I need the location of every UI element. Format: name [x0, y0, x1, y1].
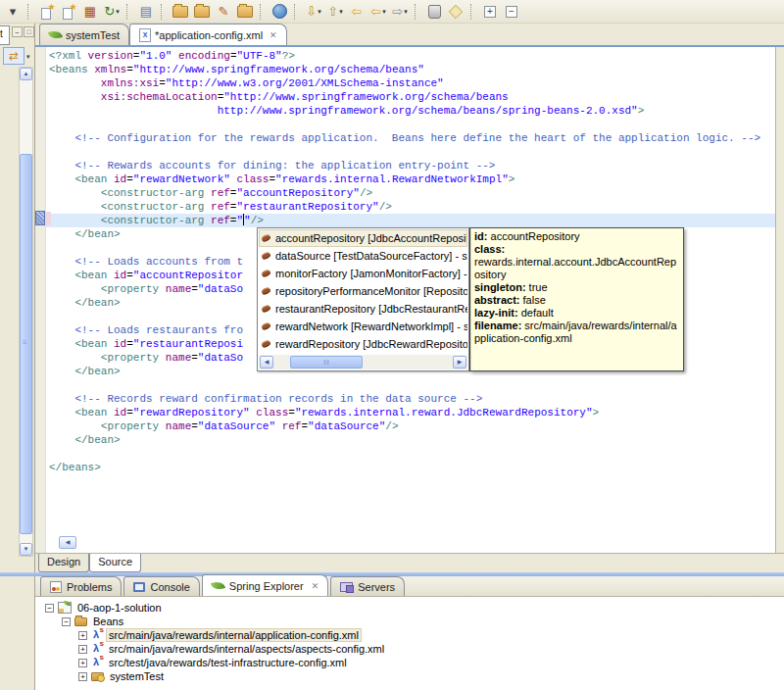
- cropped-overflow-dropdown-button[interactable]: ▾: [2, 2, 24, 22]
- expand-all-button[interactable]: [479, 2, 501, 22]
- code-line[interactable]: <?xml version="1.0" encoding="UTF-8"?>: [46, 49, 775, 63]
- completion-proposal[interactable]: accountRepository [JdbcAccountRepository…: [259, 229, 467, 247]
- tab-design[interactable]: Design: [38, 554, 89, 572]
- code-line[interactable]: <!-- Configuration for the rewards appli…: [46, 131, 775, 145]
- completion-proposal[interactable]: repositoryPerformanceMonitor [Repository…: [259, 282, 467, 300]
- code-line[interactable]: </beans>: [46, 461, 775, 474]
- collapse-all-button[interactable]: [501, 2, 522, 22]
- forward-button[interactable]: ⇨▾: [389, 2, 411, 22]
- tree-item-label: Beans: [91, 616, 125, 627]
- expand-icon[interactable]: +: [78, 672, 87, 681]
- tab-spring-explorer[interactable]: Spring Explorer✕: [202, 574, 328, 596]
- code-line[interactable]: [46, 447, 775, 461]
- annotation-ruler[interactable]: [35, 47, 46, 553]
- code-line[interactable]: <beans xmlns="http://www.springframework…: [46, 63, 775, 76]
- tab-problems[interactable]: Problems: [40, 576, 122, 596]
- left-panel-scrollbar[interactable]: ▲ ▼: [19, 67, 33, 557]
- completion-proposal[interactable]: dataSource [TestDataSourceFactory] - src…: [259, 247, 467, 265]
- tree-row[interactable]: +systemTest: [35, 669, 784, 683]
- new-package-icon: ▦: [84, 5, 96, 18]
- tree-row[interactable]: −06-aop-1-solution: [35, 601, 784, 615]
- cropped-view-tab[interactable]: t: [0, 25, 10, 45]
- scroll-down-icon[interactable]: ▼: [20, 543, 32, 556]
- tab-application-config[interactable]: *application-config.xml ✕: [129, 24, 287, 45]
- tab-systemtest[interactable]: systemTest: [39, 24, 129, 45]
- tab-console[interactable]: Console: [123, 576, 199, 596]
- spring-explorer-tree[interactable]: −06-aop-1-solution−Beans+src/main/java/r…: [35, 597, 784, 690]
- bookmark-tag-button[interactable]: [445, 2, 466, 22]
- open-resource-folder-button[interactable]: [170, 2, 191, 22]
- dropdown-arrow-icon[interactable]: ▾: [116, 8, 120, 16]
- spring-leaf-icon: [48, 28, 63, 41]
- code-line[interactable]: <constructor-arg ref=""/>: [46, 214, 775, 227]
- code-line[interactable]: [46, 118, 775, 131]
- completion-proposal[interactable]: restaurantRepository [JdbcRestaurantRepo…: [259, 300, 467, 318]
- code-line[interactable]: <constructor-arg ref="accountRepository"…: [46, 186, 775, 200]
- dropdown-arrow-icon[interactable]: ▾: [339, 8, 343, 16]
- new-bean-wizard-button[interactable]: [58, 2, 79, 22]
- code-line[interactable]: <bean id="rewardRepository" class="rewar…: [46, 406, 775, 419]
- back-button[interactable]: ⇦▾: [368, 2, 389, 22]
- code-line[interactable]: [46, 145, 775, 159]
- completion-proposal[interactable]: rewardNetwork [RewardNetworkImpl] - src/…: [259, 318, 467, 335]
- content-assist-hscrollbar[interactable]: ◀ ▶: [259, 355, 467, 370]
- toolbar-separator: [161, 4, 166, 20]
- editor-hscroll-left-icon[interactable]: ◀: [59, 536, 76, 549]
- refresh-button[interactable]: ↻▾: [101, 2, 122, 22]
- tree-item-label: src/main/java/rewards/internal/aspects/a…: [107, 643, 386, 655]
- dropdown-arrow-icon[interactable]: ▾: [318, 8, 321, 16]
- tab-servers[interactable]: Servers: [330, 576, 405, 596]
- scroll-up-icon[interactable]: ▲: [20, 68, 32, 80]
- bean-icon: [261, 286, 271, 295]
- close-tab-icon[interactable]: ✕: [270, 30, 277, 40]
- web-browser-button[interactable]: [269, 2, 290, 22]
- paintbrush-button[interactable]: ✎: [213, 2, 234, 22]
- code-line[interactable]: xmlns:xsi="http://www.w3.org/2001/XMLSch…: [46, 76, 775, 90]
- code-line[interactable]: <!-- Rewards accounts for dining: the ap…: [46, 159, 775, 172]
- scrollbar-thumb[interactable]: [20, 154, 32, 534]
- completion-proposal[interactable]: monitorFactory [JamonMonitorFactory] - s…: [259, 265, 467, 282]
- collapse-icon[interactable]: −: [45, 604, 54, 613]
- expand-icon[interactable]: +: [78, 631, 87, 640]
- expand-icon[interactable]: +: [78, 645, 87, 654]
- proposal-label: rewardNetwork [RewardNetworkImpl] - src/…: [275, 320, 467, 332]
- dropdown-arrow-icon[interactable]: ▾: [404, 8, 408, 16]
- code-line[interactable]: <property name="dataSource" ref="dataSou…: [46, 419, 775, 433]
- code-line[interactable]: [46, 378, 775, 392]
- link-with-editor-button[interactable]: ⇄: [3, 47, 24, 65]
- open-view-button[interactable]: ▤: [135, 2, 157, 22]
- code-line[interactable]: <constructor-arg ref="restaurantReposito…: [46, 200, 775, 214]
- dropdown-arrow-icon[interactable]: ▾: [382, 8, 386, 16]
- import-folder-button[interactable]: [191, 2, 213, 22]
- open-view-icon: ▤: [140, 5, 152, 18]
- import-button[interactable]: ⇩▾: [303, 2, 324, 22]
- maximize-view-button[interactable]: □: [24, 26, 34, 37]
- code-line[interactable]: xsi:schemaLocation="http://www.springfra…: [46, 90, 775, 104]
- tree-row[interactable]: +src/test/java/rewards/test-infrastructu…: [35, 656, 784, 669]
- tree-row[interactable]: +src/main/java/rewards/internal/aspects/…: [35, 642, 784, 656]
- last-edit-location-button[interactable]: ⇦: [346, 2, 368, 22]
- view-menu-dropdown[interactable]: ▾: [26, 53, 30, 61]
- completion-proposal[interactable]: rewardRepository [JdbcRewardRepository] …: [259, 335, 467, 353]
- tab-source[interactable]: Source: [89, 554, 141, 572]
- tree-row[interactable]: +src/main/java/rewards/internal/applicat…: [35, 628, 784, 642]
- hscrollbar-thumb[interactable]: [290, 356, 363, 369]
- code-line[interactable]: <!-- Records reward confirmation records…: [46, 392, 775, 406]
- tree-row[interactable]: −Beans: [35, 615, 784, 628]
- content-assist-list[interactable]: accountRepository [JdbcAccountRepository…: [259, 229, 467, 355]
- new-wizard-button[interactable]: [36, 2, 58, 22]
- new-package-button[interactable]: ▦: [79, 2, 101, 22]
- run-jar-button[interactable]: [423, 2, 445, 22]
- code-line[interactable]: http://www.springframework.org/schema/be…: [46, 104, 775, 118]
- paintbrush-icon: ✎: [219, 5, 229, 18]
- export-button[interactable]: ⇧▾: [324, 2, 346, 22]
- code-line[interactable]: </bean>: [46, 433, 775, 447]
- expand-icon[interactable]: +: [78, 659, 87, 667]
- folder-button[interactable]: [234, 2, 256, 22]
- minimize-view-button[interactable]: –: [12, 26, 23, 37]
- collapse-icon[interactable]: −: [62, 617, 71, 626]
- scroll-right-icon[interactable]: ▶: [453, 356, 466, 369]
- close-tab-icon[interactable]: ✕: [312, 581, 319, 591]
- scroll-left-icon[interactable]: ◀: [260, 356, 273, 369]
- code-line[interactable]: <bean id="rewardNetwork" class="rewards.…: [46, 172, 775, 186]
